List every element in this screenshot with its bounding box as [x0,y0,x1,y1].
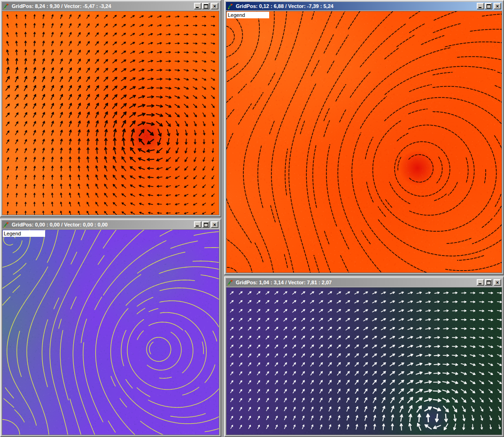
titlebar[interactable]: GridPos: 0,12 : 6,88 / Vector: -7,39 : 5… [226,2,502,10]
desktop: GridPos: 8,24 : 9,30 / Vector: -5,47 : -… [0,0,504,437]
window-controls: × [477,279,501,286]
maximize-button[interactable] [485,279,492,286]
app-icon[interactable] [227,279,234,286]
minimize-button[interactable] [194,3,202,9]
window-controls: × [194,221,218,228]
close-icon: × [494,3,501,9]
minimize-icon [479,7,481,8]
window-streamlines-orange: GridPos: 0,12 : 6,88 / Vector: -7,39 : 5… [224,0,504,275]
maximize-icon [204,4,208,8]
minimize-icon [196,7,199,8]
minimize-button[interactable] [477,3,484,9]
minimize-icon [196,226,199,226]
viewport: Legend [226,11,502,273]
titlebar[interactable]: GridPos: 0,00 : 0,00 / Vector: 0,00 : 0,… [2,220,219,229]
window-vector-field-dark: GridPos: 1,04 : 3,14 / Vector: 7,81 : 2,… [224,276,504,437]
window-controls: × [194,3,218,9]
close-icon: × [211,3,218,9]
streamline-canvas[interactable] [2,230,219,435]
vector-field-canvas[interactable] [226,288,502,435]
viewport: Legend [2,229,219,435]
close-icon: × [494,280,501,285]
window-vector-field-orange: GridPos: 8,24 : 9,30 / Vector: -5,47 : -… [0,0,221,217]
titlebar[interactable]: GridPos: 8,24 : 9,30 / Vector: -5,47 : -… [2,2,219,10]
vector-field-canvas[interactable] [2,11,219,215]
viewport [226,287,502,435]
close-button[interactable]: × [211,3,218,9]
window-title: GridPos: 8,24 : 9,30 / Vector: -5,47 : -… [11,2,193,10]
window-streamlines-purple: GridPos: 0,00 : 0,00 / Vector: 0,00 : 0,… [0,218,221,437]
minimize-button[interactable] [194,221,202,228]
window-title: GridPos: 0,12 : 6,88 / Vector: -7,39 : 5… [235,2,475,10]
app-icon[interactable] [227,3,234,10]
close-button[interactable]: × [494,3,501,9]
maximize-icon [487,4,491,8]
legend-label[interactable]: Legend [3,230,45,237]
viewport [2,11,219,215]
maximize-button[interactable] [485,3,492,9]
close-icon: × [211,222,218,227]
window-title: GridPos: 1,04 : 3,14 / Vector: 7,81 : 2,… [235,278,475,287]
streamline-canvas[interactable] [226,11,502,273]
window-title: GridPos: 0,00 : 0,00 / Vector: 0,00 : 0,… [11,220,193,229]
app-icon[interactable] [3,221,10,228]
close-button[interactable]: × [211,221,218,228]
maximize-button[interactable] [202,3,209,9]
maximize-button[interactable] [202,221,209,228]
minimize-icon [479,283,481,284]
titlebar[interactable]: GridPos: 1,04 : 3,14 / Vector: 7,81 : 2,… [226,278,502,287]
minimize-button[interactable] [477,279,484,286]
maximize-icon [487,281,491,285]
app-icon[interactable] [3,3,10,10]
maximize-icon [204,223,208,227]
legend-label[interactable]: Legend [227,12,269,18]
close-button[interactable]: × [494,279,501,286]
window-controls: × [477,3,501,9]
